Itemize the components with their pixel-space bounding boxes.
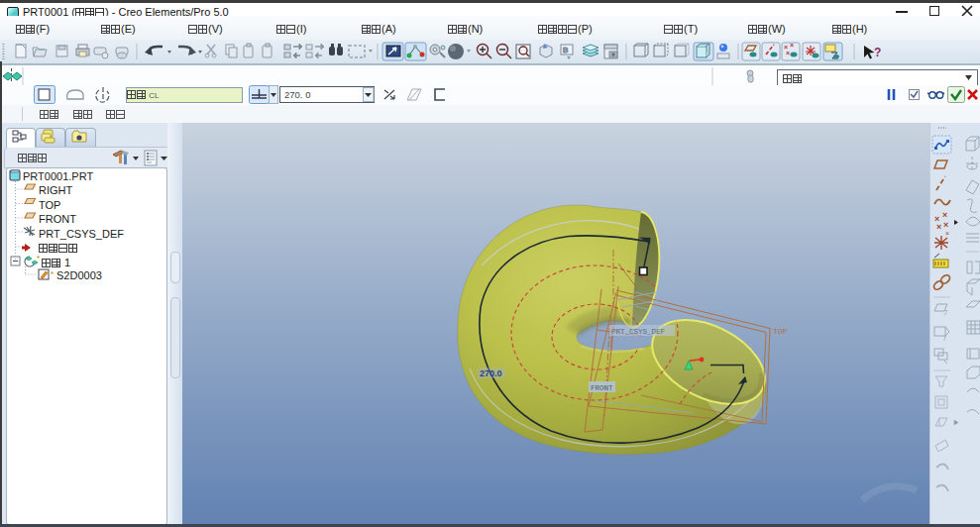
svg-text:7: 7	[942, 334, 947, 343]
svg-text:×: ×	[786, 50, 790, 56]
svg-text:PRT_CSYS_DEF: PRT_CSYS_DEF	[611, 328, 665, 336]
svg-text:270.0: 270.0	[480, 369, 502, 378]
svg-text:×: ×	[942, 210, 947, 220]
svg-text:270. 0: 270. 0	[284, 89, 310, 100]
svg-text:7: 7	[943, 308, 948, 317]
svg-text:*: *	[37, 254, 41, 263]
svg-text:×: ×	[945, 230, 949, 237]
svg-text:TOP: TOP	[773, 327, 788, 336]
svg-text:?: ?	[874, 46, 881, 59]
svg-text:*: *	[51, 269, 54, 278]
svg-text:×: ×	[943, 220, 948, 230]
svg-text:×: ×	[936, 222, 941, 232]
svg-text:×: ×	[790, 42, 794, 49]
svg-text:FRONT: FRONT	[591, 384, 613, 392]
svg-text:B: B	[563, 46, 568, 54]
